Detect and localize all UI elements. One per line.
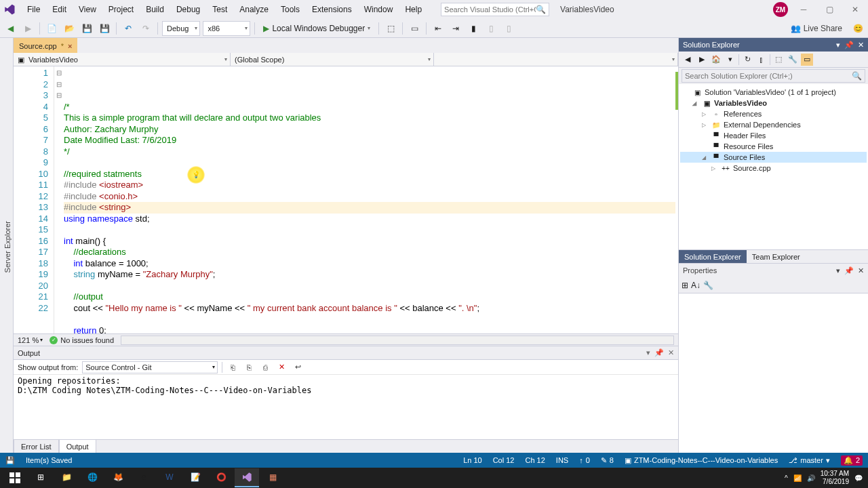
member-scope-combo[interactable] xyxy=(434,53,678,66)
close-button[interactable]: ✕ xyxy=(845,3,865,16)
preview-icon[interactable]: ▭ xyxy=(801,54,813,66)
tree-item[interactable]: ◢▀Source Files xyxy=(680,152,867,163)
comment-icon[interactable]: ▮ xyxy=(466,21,481,36)
indent-less-icon[interactable]: ⇤ xyxy=(431,21,446,36)
clock[interactable]: 10:37 AM 7/6/2019 xyxy=(821,470,849,486)
config-combo[interactable]: Debug xyxy=(162,21,200,36)
menu-project[interactable]: Project xyxy=(103,2,139,17)
alphabetical-icon[interactable]: A↓ xyxy=(691,281,701,290)
live-share-button[interactable]: 👥 Live Share xyxy=(785,24,848,33)
toolbar-btn-2[interactable]: ▭ xyxy=(407,21,422,36)
quick-search-input[interactable] xyxy=(444,5,536,14)
close-panel-icon[interactable]: ✕ xyxy=(858,41,864,49)
filter-icon[interactable]: ⫿ xyxy=(755,54,768,66)
tray-chevron-icon[interactable]: ^ xyxy=(785,474,788,482)
tree-item[interactable]: ▷📁External Dependencies xyxy=(680,119,867,130)
firefox-icon[interactable]: 🦊 xyxy=(106,468,130,487)
menu-file[interactable]: File xyxy=(22,2,45,17)
menu-view[interactable]: View xyxy=(73,2,102,17)
scroll-map[interactable] xyxy=(674,66,678,333)
explorer-icon[interactable]: 📁 xyxy=(54,468,79,487)
bookmark-icon[interactable]: ▯ xyxy=(501,21,516,36)
issues-indicator[interactable]: ✓ No issues found xyxy=(50,336,114,344)
tree-item[interactable]: ▀Resource Files xyxy=(680,141,867,152)
fold-gutter[interactable]: ⊟⊟⊟ xyxy=(54,66,64,333)
menu-test[interactable]: Test xyxy=(207,2,233,17)
git-up-indicator[interactable]: ↑ 0 xyxy=(579,456,590,464)
dropdown-icon[interactable]: ▾ xyxy=(836,266,840,275)
solution-explorer-header[interactable]: Solution Explorer ▾📌✕ xyxy=(679,38,868,52)
menu-window[interactable]: Window xyxy=(359,2,399,17)
lightbulb-icon[interactable]: 💡 xyxy=(187,166,205,184)
back-icon[interactable]: ◀ xyxy=(682,54,694,66)
save-icon[interactable]: 💾 xyxy=(79,21,94,36)
forward-icon[interactable]: ▶ xyxy=(20,21,35,36)
dock-tab-server-explorer[interactable]: Server Explorer xyxy=(2,217,13,277)
tree-item[interactable]: ◢▣VariablesVideo xyxy=(680,98,867,108)
close-panel-icon[interactable]: ✕ xyxy=(668,348,674,357)
solution-search[interactable]: 🔍 xyxy=(682,69,865,83)
git-changes-indicator[interactable]: ✎ 8 xyxy=(601,456,614,465)
home-icon[interactable]: 🏠 xyxy=(710,54,722,66)
menu-build[interactable]: Build xyxy=(140,2,170,17)
tree-item[interactable]: ▀Header Files xyxy=(680,130,867,141)
tree-item[interactable]: ▷▫References xyxy=(680,108,867,119)
output-btn-3[interactable]: ⎙ xyxy=(259,361,271,373)
output-btn-2[interactable]: ⎘ xyxy=(243,361,255,373)
output-btn-1[interactable]: ⎗ xyxy=(226,361,239,373)
code-body[interactable]: 💡 /*This is a simple program that will d… xyxy=(64,66,678,333)
notepad-icon[interactable]: 📝 xyxy=(183,468,208,487)
new-project-icon[interactable]: 📄 xyxy=(44,21,59,36)
volume-icon[interactable]: 🔊 xyxy=(807,474,815,482)
project-scope-combo[interactable]: ▣ VariablesVideo xyxy=(14,53,231,66)
menu-debug[interactable]: Debug xyxy=(171,2,205,17)
properties-header[interactable]: Properties ▾📌✕ xyxy=(679,264,868,277)
bottom-tab-error-list[interactable]: Error List xyxy=(14,439,59,453)
repo-indicator[interactable]: ▣ ZTM-Coding-Notes--C---Video-on-Variabl… xyxy=(625,456,778,465)
global-scope-combo[interactable]: (Global Scope) xyxy=(231,53,434,66)
redo-icon[interactable]: ↷ xyxy=(138,21,153,36)
word-icon[interactable]: W xyxy=(157,468,182,487)
dropdown-icon[interactable]: ▾ xyxy=(836,41,840,49)
close-panel-icon[interactable]: ✕ xyxy=(858,266,864,275)
uncomment-icon[interactable]: ▯ xyxy=(484,21,498,36)
line-indicator[interactable]: Ln 10 xyxy=(463,456,482,464)
properties-icon[interactable]: 🔧 xyxy=(787,54,799,66)
tree-item[interactable]: ▣Solution 'VariablesVideo' (1 of 1 proje… xyxy=(680,87,867,98)
switch-view-icon[interactable]: ▾ xyxy=(724,54,736,66)
wrap-icon[interactable]: ↩ xyxy=(292,361,304,373)
solution-search-input[interactable] xyxy=(685,72,852,80)
output-source-combo[interactable]: Source Control - Git xyxy=(82,361,218,373)
obs-icon[interactable]: ⭕ xyxy=(209,468,233,487)
menu-extensions[interactable]: Extensions xyxy=(307,2,357,17)
user-avatar[interactable]: ZM xyxy=(773,2,788,17)
show-all-icon[interactable]: ⬚ xyxy=(772,54,785,66)
toolbar-btn-1[interactable]: ⬚ xyxy=(383,21,398,36)
indent-more-icon[interactable]: ⇥ xyxy=(448,21,463,36)
chrome-icon[interactable]: 🌐 xyxy=(80,468,104,487)
minimize-button[interactable]: ─ xyxy=(793,3,814,16)
start-button[interactable] xyxy=(3,468,27,487)
refresh-icon[interactable]: ↻ xyxy=(741,54,753,66)
col-indicator[interactable]: Col 12 xyxy=(493,456,515,464)
quick-search[interactable]: 🔍 xyxy=(441,3,549,16)
output-body[interactable]: Opening repositories: D:\ZTM Coding Note… xyxy=(14,375,678,439)
save-all-icon[interactable]: 💾 xyxy=(97,21,112,36)
menu-tools[interactable]: Tools xyxy=(275,2,305,17)
ins-indicator[interactable]: INS xyxy=(556,456,568,464)
system-tray[interactable]: ^ 📶 🔊 10:37 AM 7/6/2019 💬 xyxy=(785,470,865,486)
output-header[interactable]: Output ▾ 📌 ✕ xyxy=(14,346,678,360)
branch-indicator[interactable]: ⎇ master ▾ xyxy=(789,456,830,465)
panel-tab-solution-explorer[interactable]: Solution Explorer xyxy=(679,250,747,263)
app-icon[interactable]: ▦ xyxy=(260,468,285,487)
tree-item[interactable]: ▷++Source.cpp xyxy=(680,163,867,174)
maximize-button[interactable]: ▢ xyxy=(819,3,840,16)
zoom-control[interactable]: 121 % ▾ xyxy=(18,336,43,344)
pin-icon[interactable]: 📌 xyxy=(844,266,854,275)
forward-icon[interactable]: ▶ xyxy=(696,54,708,66)
network-icon[interactable]: 📶 xyxy=(793,474,802,482)
vs-taskbar-icon[interactable] xyxy=(235,468,259,487)
code-editor[interactable]: 12345678910111213141516171819202122 ⊟⊟⊟ … xyxy=(14,66,678,333)
categorized-icon[interactable]: ⊞ xyxy=(682,281,688,290)
pin-icon[interactable]: 📌 xyxy=(654,348,664,357)
